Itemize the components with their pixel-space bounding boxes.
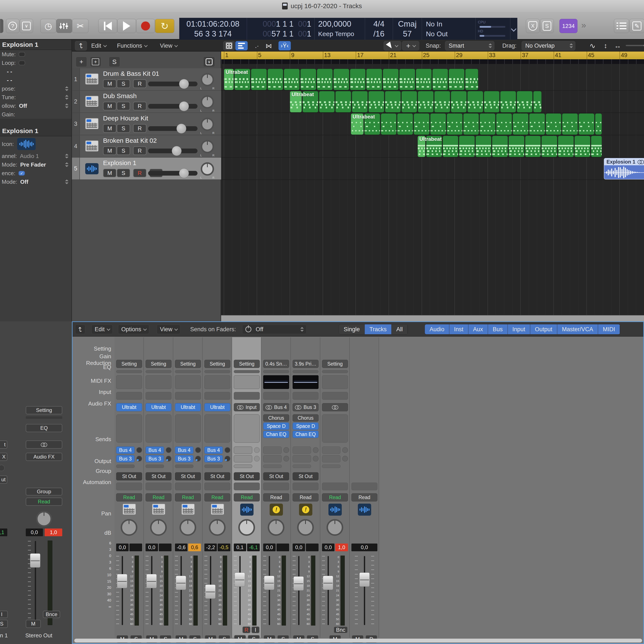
rewind-button[interactable] [98, 19, 117, 33]
strip-pan-knob[interactable] [179, 519, 196, 536]
send-knob-1[interactable] [195, 447, 201, 453]
region-loop-segment[interactable] [333, 69, 349, 90]
automation-button[interactable]: .· [251, 41, 263, 50]
strip-pan-knob[interactable] [209, 519, 226, 536]
behind-frag-output[interactable]: ut [0, 475, 7, 484]
lcd-mode-chevron[interactable] [510, 18, 517, 40]
strip-midifx-slot[interactable] [263, 392, 289, 400]
midi-region[interactable]: Ultrabeat [224, 69, 479, 90]
region-loop-segment[interactable] [546, 113, 562, 135]
strip-input-button[interactable]: Ultrabt [175, 403, 201, 411]
strip-group-slot[interactable] [116, 483, 142, 490]
region-loop-segment[interactable] [447, 113, 463, 135]
track-zoom-button[interactable]: ∨ [203, 57, 215, 67]
region-loop-segment[interactable] [513, 113, 529, 135]
fader-track[interactable] [364, 556, 365, 625]
volume-slider-knob[interactable] [172, 146, 182, 156]
grid-view-button[interactable] [223, 41, 235, 50]
behind-mute-button[interactable]: M [26, 620, 41, 628]
strip-send-2[interactable]: Bus 3 [116, 455, 135, 462]
fader-handle[interactable] [323, 576, 333, 590]
mixer-filter-mastervca[interactable]: Master/VCA [557, 324, 598, 334]
fader-track[interactable] [181, 556, 182, 625]
cycle-button[interactable]: ↻ [155, 19, 174, 33]
strip-send-slot-2[interactable] [234, 455, 252, 462]
volume-slider-knob[interactable] [179, 101, 189, 111]
mixer-strip-7[interactable]: 3.9s Pri…Bus 3ChorusSpace DChan EQSt Out… [291, 337, 320, 638]
strip-midifx-slot[interactable] [146, 392, 172, 400]
record-button[interactable] [136, 19, 155, 33]
track-volume-slider[interactable] [148, 149, 197, 153]
menu-view[interactable]: View [160, 41, 177, 50]
strip-send-slot[interactable] [204, 465, 223, 468]
track-volume-slider[interactable] [148, 126, 197, 131]
menu-edit[interactable]: Edit [91, 41, 106, 50]
secondary-tool-button[interactable]: + [402, 41, 419, 50]
behind-automation-button[interactable]: Read [26, 498, 62, 506]
mixer-view-all[interactable]: All [392, 324, 408, 334]
send-knob-2[interactable] [136, 456, 142, 462]
fader-handle[interactable] [235, 573, 245, 587]
strip-eq-slot[interactable] [234, 375, 260, 389]
strip-send-1[interactable]: Bus 4 [175, 447, 193, 454]
track-m-button[interactable]: M [103, 102, 116, 110]
volume-slider-knob[interactable] [179, 168, 189, 178]
midi-region[interactable]: Ultrabeat [418, 136, 602, 157]
strip-setting-button[interactable]: 3.9s Pri… [293, 360, 319, 368]
strip-automation-button[interactable]: Read [116, 493, 142, 501]
region-loop-segment[interactable] [562, 113, 578, 135]
menu-functions[interactable]: Functions [117, 41, 147, 50]
region-loop-segment[interactable] [529, 113, 545, 135]
strip-eq-thumbnail[interactable] [293, 375, 319, 389]
track-s-button[interactable]: S [117, 169, 130, 177]
track-inspector-row-2[interactable]: Mode:Pre Fader [0, 160, 71, 169]
region-loop-segment[interactable] [366, 69, 382, 90]
track-icon-preview[interactable] [17, 138, 36, 150]
strip-bounce-button[interactable]: Bnc [334, 626, 348, 633]
strip-midifx-slot[interactable] [116, 392, 142, 400]
strip-automation-button[interactable]: Read [234, 493, 260, 501]
list-editors-button[interactable] [614, 19, 629, 33]
sends-on-faders-dropdown[interactable]: Off [242, 325, 307, 334]
fader-track[interactable] [298, 556, 299, 625]
strip-send-slot-3[interactable] [293, 465, 311, 468]
track-pan-knob[interactable] [201, 140, 214, 153]
region-loop-segment[interactable] [451, 91, 467, 112]
region-loop-segment[interactable] [381, 113, 397, 135]
zoom-slider-h[interactable] [626, 45, 644, 46]
strip-setting-button[interactable]: Setting [175, 360, 201, 368]
arrange-grid[interactable]: UltrabeatUltrabeatUltrabeatUltrabeatExpl… [221, 64, 644, 315]
region-loop-segment[interactable] [463, 113, 479, 135]
fader-handle[interactable] [117, 574, 127, 588]
fader-handle[interactable] [359, 573, 370, 587]
fader-track[interactable] [151, 556, 152, 625]
behind-frag-i[interactable]: I [0, 611, 8, 618]
strip-send-slot-3[interactable] [322, 465, 340, 468]
mixer-filter-midi[interactable]: MIDI [598, 324, 620, 334]
region-inspector-checkbox[interactable] [19, 61, 25, 65]
mixer-view-tracks[interactable]: Tracks [365, 324, 392, 334]
track-m-button[interactable]: M [103, 124, 116, 133]
track-header-3[interactable]: 3Deep House KitMSRLR [72, 113, 221, 135]
region-inspector-header[interactable]: Explosion 1 [0, 40, 71, 50]
strip-group-slot[interactable] [322, 483, 348, 490]
fader-track[interactable] [122, 556, 123, 625]
strip-input-button[interactable]: Ultrabt [204, 403, 230, 411]
region-inspector-row-7[interactable]: Gain: [0, 110, 71, 119]
strip-output-button[interactable]: St Out [175, 472, 201, 480]
mixer-filter-output[interactable]: Output [530, 324, 557, 334]
strip-midifx-slot[interactable] [175, 392, 201, 400]
mixer-strip-5[interactable]: SettingInputSt OutRead0,1-6,103691215182… [232, 337, 261, 638]
region-inspector-stepper[interactable] [65, 86, 68, 91]
bar-ruler[interactable]: 1591317212529333741454953 [221, 52, 644, 59]
send-knob-2[interactable] [195, 456, 201, 462]
more-tools-chevron[interactable]: » [581, 20, 586, 30]
midi-region[interactable]: Ultrabeat [290, 91, 542, 112]
behind-frag-input[interactable]: t [0, 440, 7, 449]
region-loop-segment[interactable] [418, 91, 434, 112]
region-inspector-row-5[interactable]: Tune: [0, 93, 71, 102]
region-inspector-checkbox[interactable] [19, 52, 25, 57]
region-loop-segment[interactable] [368, 91, 384, 112]
mixer-filter-input[interactable]: Input [508, 324, 530, 334]
strip-send-slot[interactable] [116, 465, 135, 468]
